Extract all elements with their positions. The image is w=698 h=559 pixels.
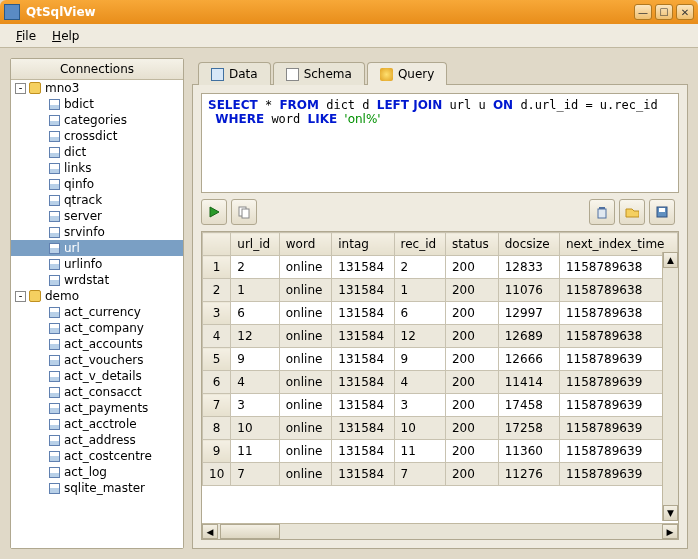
cell[interactable]: 9 [394,348,445,371]
table-row[interactable]: 36online1315846200129971158789638 [203,302,678,325]
cell[interactable]: 3 [231,394,280,417]
scroll-up-arrow[interactable]: ▲ [663,252,678,268]
cell[interactable]: 200 [445,325,498,348]
cell[interactable]: 2 [231,256,280,279]
scroll-right-arrow[interactable]: ▶ [662,524,678,539]
tree-table-links[interactable]: links [11,160,183,176]
tree-table-act_address[interactable]: act_address [11,432,183,448]
delete-button[interactable] [589,199,615,225]
cell[interactable]: online [279,440,332,463]
tree-table-act_log[interactable]: act_log [11,464,183,480]
open-button[interactable] [619,199,645,225]
cell[interactable]: 12689 [498,325,559,348]
cell[interactable]: online [279,371,332,394]
cell[interactable]: 200 [445,279,498,302]
row-header[interactable]: 3 [203,302,231,325]
tree-table-act_currency[interactable]: act_currency [11,304,183,320]
menu-file[interactable]: File [8,27,44,45]
results-table[interactable]: url_idwordintagrec_idstatusdocsizenext_i… [202,232,678,486]
cell[interactable]: 1158789639 [559,348,677,371]
tree-table-wrdstat[interactable]: wrdstat [11,272,183,288]
tree-table-act_acctrole[interactable]: act_acctrole [11,416,183,432]
cell[interactable]: 200 [445,417,498,440]
cell[interactable]: 7 [394,463,445,486]
tree-table-act_v_details[interactable]: act_v_details [11,368,183,384]
col-docsize[interactable]: docsize [498,233,559,256]
table-row[interactable]: 810online13158410200172581158789639 [203,417,678,440]
tree-table-act_accounts[interactable]: act_accounts [11,336,183,352]
cell[interactable]: 11 [231,440,280,463]
cell[interactable]: 131584 [332,417,394,440]
row-header[interactable]: 7 [203,394,231,417]
tab-query[interactable]: Query [367,62,447,85]
cell[interactable]: 6 [394,302,445,325]
table-row[interactable]: 64online1315844200114141158789639 [203,371,678,394]
row-header[interactable]: 6 [203,371,231,394]
cell[interactable]: online [279,279,332,302]
cell[interactable]: 7 [231,463,280,486]
row-header[interactable]: 9 [203,440,231,463]
table-row[interactable]: 412online13158412200126891158789638 [203,325,678,348]
tree-table-qtrack[interactable]: qtrack [11,192,183,208]
run-button[interactable] [201,199,227,225]
cell[interactable]: 12833 [498,256,559,279]
cell[interactable]: 4 [231,371,280,394]
cell[interactable]: 200 [445,440,498,463]
tree-table-dict[interactable]: dict [11,144,183,160]
tree-table-crossdict[interactable]: crossdict [11,128,183,144]
table-row[interactable]: 59online1315849200126661158789639 [203,348,678,371]
row-header[interactable]: 1 [203,256,231,279]
cell[interactable]: 131584 [332,463,394,486]
cell[interactable]: 131584 [332,348,394,371]
connections-tree[interactable]: -mno3bdictcategoriescrossdictdictlinksqi… [11,80,183,548]
cell[interactable]: 131584 [332,302,394,325]
cell[interactable]: 1158789639 [559,463,677,486]
tree-table-urlinfo[interactable]: urlinfo [11,256,183,272]
row-header[interactable]: 5 [203,348,231,371]
row-header[interactable]: 8 [203,417,231,440]
save-button[interactable] [649,199,675,225]
cell[interactable]: 12 [231,325,280,348]
table-row[interactable]: 911online13158411200113601158789639 [203,440,678,463]
tree-table-url[interactable]: url [11,240,183,256]
copy-button[interactable] [231,199,257,225]
cell[interactable]: 11414 [498,371,559,394]
cell[interactable]: online [279,256,332,279]
cell[interactable]: 11360 [498,440,559,463]
scroll-thumb[interactable] [220,524,280,539]
tree-db-mno3[interactable]: -mno3 [11,80,183,96]
collapse-icon[interactable]: - [15,291,26,302]
cell[interactable]: 11076 [498,279,559,302]
cell[interactable]: 200 [445,394,498,417]
cell[interactable]: 131584 [332,394,394,417]
sql-editor[interactable]: SELECT * FROM dict d LEFT JOIN url u ON … [201,93,679,193]
tree-table-act_vouchers[interactable]: act_vouchers [11,352,183,368]
col-next_index_time[interactable]: next_index_time [559,233,677,256]
tab-schema[interactable]: Schema [273,62,365,85]
cell[interactable]: 131584 [332,325,394,348]
cell[interactable]: 1158789638 [559,256,677,279]
cell[interactable]: 1 [231,279,280,302]
cell[interactable]: 131584 [332,371,394,394]
tree-table-sqlite_master[interactable]: sqlite_master [11,480,183,496]
tree-table-act_payments[interactable]: act_payments [11,400,183,416]
vertical-scrollbar[interactable]: ▲ ▼ [662,252,678,521]
cell[interactable]: 12666 [498,348,559,371]
cell[interactable]: online [279,394,332,417]
col-intag[interactable]: intag [332,233,394,256]
table-row[interactable]: 21online1315841200110761158789638 [203,279,678,302]
tree-table-act_consacct[interactable]: act_consacct [11,384,183,400]
horizontal-scrollbar[interactable]: ◀ ▶ [202,523,678,539]
tree-table-server[interactable]: server [11,208,183,224]
col-url_id[interactable]: url_id [231,233,280,256]
tree-table-bdict[interactable]: bdict [11,96,183,112]
cell[interactable]: 12997 [498,302,559,325]
cell[interactable]: 1158789639 [559,371,677,394]
cell[interactable]: 200 [445,256,498,279]
cell[interactable]: 200 [445,371,498,394]
cell[interactable]: 131584 [332,440,394,463]
row-header[interactable]: 4 [203,325,231,348]
cell[interactable]: 1158789638 [559,279,677,302]
cell[interactable]: 4 [394,371,445,394]
tree-table-srvinfo[interactable]: srvinfo [11,224,183,240]
